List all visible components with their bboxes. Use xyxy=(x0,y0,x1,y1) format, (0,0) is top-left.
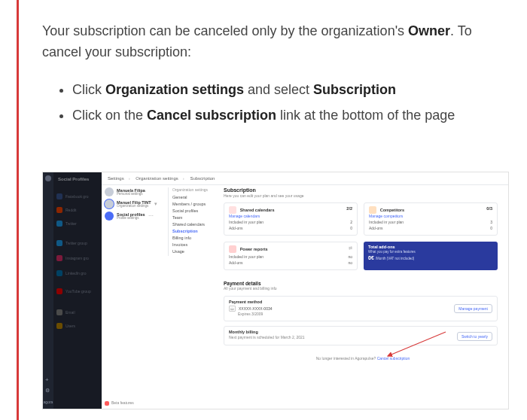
document-body: Your subscription can be canceled only b… xyxy=(42,21,497,131)
card-payment-method: Payment method ▭ XXXXX-XXXX-0034 Expires… xyxy=(224,296,498,321)
intro-owner: Owner xyxy=(408,23,450,38)
context-item[interactable]: Manuel Filip TINTOrganization settings ▾ xyxy=(105,199,169,208)
crumb-subscription[interactable]: Subscription xyxy=(190,176,215,181)
breadcrumb: Settings› Organization settings› Subscri… xyxy=(108,176,219,181)
quote-bar xyxy=(17,0,19,420)
crumb-settings[interactable]: Settings xyxy=(108,176,124,181)
page-title: Subscription xyxy=(224,187,502,193)
manage-competitors-link[interactable]: Manage competitors xyxy=(369,214,492,218)
page-subtitle: Here you can edit your plan and see your… xyxy=(224,193,502,198)
card-power-reports: Power reports ⇄ Included in your planno … xyxy=(224,242,358,270)
dimmed-overlay xyxy=(53,172,102,409)
intro-text-1: Your subscription can be canceled only b… xyxy=(42,23,408,38)
chevron-down-icon[interactable]: ▾ xyxy=(154,201,157,207)
settings-icon[interactable]: ⚙ xyxy=(45,388,50,394)
billing-line: Next payment is scheduled for March 2, 2… xyxy=(229,335,492,339)
nav-usage[interactable]: Usage xyxy=(172,249,219,254)
subscription-main: Subscription Here you can edit your plan… xyxy=(224,187,502,403)
reports-icon xyxy=(229,245,236,253)
more-icon[interactable]: ⋯ xyxy=(148,213,154,219)
nav-social[interactable]: Social profiles xyxy=(172,208,219,213)
add-icon[interactable]: + xyxy=(45,376,49,383)
nav-billing[interactable]: Billing info xyxy=(172,236,219,240)
competitors-icon xyxy=(369,206,376,214)
card-competitors: Competitors 0/3 Manage competitors Inclu… xyxy=(364,202,498,236)
app-logo-icon[interactable] xyxy=(45,175,51,181)
manage-payment-button[interactable]: Manage payment xyxy=(454,304,492,313)
payment-details-sub: All your payment and billing info xyxy=(224,286,277,291)
beta-features[interactable]: Beta features xyxy=(105,400,134,406)
settings-context-list: Manuela FilipaPersonal settings Manuel F… xyxy=(105,187,169,224)
card-icon: ▭ xyxy=(229,306,236,312)
nav-header: Organization settings xyxy=(172,187,219,192)
context-item[interactable]: Social profilesProfile settings ⋯ xyxy=(105,212,169,221)
settings-panel: Settings› Organization settings› Subscri… xyxy=(102,172,508,409)
card-monthly-billing: Monthly billing Next payment is schedule… xyxy=(224,326,498,345)
nav-calendars[interactable]: Shared calendars xyxy=(172,222,219,227)
nav-invoices[interactable]: Invoices xyxy=(172,242,219,247)
crumb-org[interactable]: Organization settings xyxy=(136,176,178,181)
settings-nav: Organization settings General Members / … xyxy=(172,187,219,256)
card-number: XXXXX-XXXX-0034 xyxy=(239,306,272,311)
nav-subscription[interactable]: Subscription xyxy=(172,229,219,233)
calendars-count: 2/2 xyxy=(346,206,352,211)
beta-badge-icon xyxy=(105,401,109,406)
app-screenshot: + ⚙ agora Social Profiles Facebook gro R… xyxy=(42,172,509,409)
billing-title: Monthly billing xyxy=(229,330,492,334)
divider xyxy=(102,184,508,185)
nav-team[interactable]: Team xyxy=(172,215,219,220)
app-rail: + ⚙ agora xyxy=(43,172,53,409)
competitors-count: 0/3 xyxy=(486,206,492,211)
steps-list: Click Organization settings and select S… xyxy=(42,80,497,126)
payment-method-title: Payment method xyxy=(229,300,492,304)
cancel-subscription-link[interactable]: Cancel subscription xyxy=(377,356,410,361)
accounts-sidebar: Social Profiles Facebook gro Reddit Twit… xyxy=(53,172,102,409)
intro-paragraph: Your subscription can be canceled only b… xyxy=(42,21,497,63)
switch-yearly-button[interactable]: Switch to yearly xyxy=(457,332,492,341)
cancel-subscription-line: No longer interested in Agorapulse? Canc… xyxy=(224,356,502,403)
manage-calendars-link[interactable]: Manage calendars xyxy=(229,214,352,218)
avatar-icon xyxy=(105,187,114,196)
step-2: Click on the Cancel subscription link at… xyxy=(72,105,497,126)
payment-details-title: Payment details xyxy=(224,281,277,286)
avatar-icon xyxy=(105,199,114,208)
brand-label: agora xyxy=(43,400,53,404)
toggle-icon[interactable]: ⇄ xyxy=(349,245,352,251)
context-item[interactable]: Manuela FilipaPersonal settings xyxy=(105,187,169,196)
nav-general[interactable]: General xyxy=(172,195,219,199)
nav-members[interactable]: Members / groups xyxy=(172,202,219,206)
profiles-icon xyxy=(105,212,114,221)
card-shared-calendars: Shared calendars 2/2 Manage calendars In… xyxy=(224,202,358,236)
step-1: Click Organization settings and select S… xyxy=(72,80,497,101)
calendar-icon xyxy=(229,206,236,214)
card-total-addons: Total add-ons What you pay for extra fea… xyxy=(364,242,498,270)
